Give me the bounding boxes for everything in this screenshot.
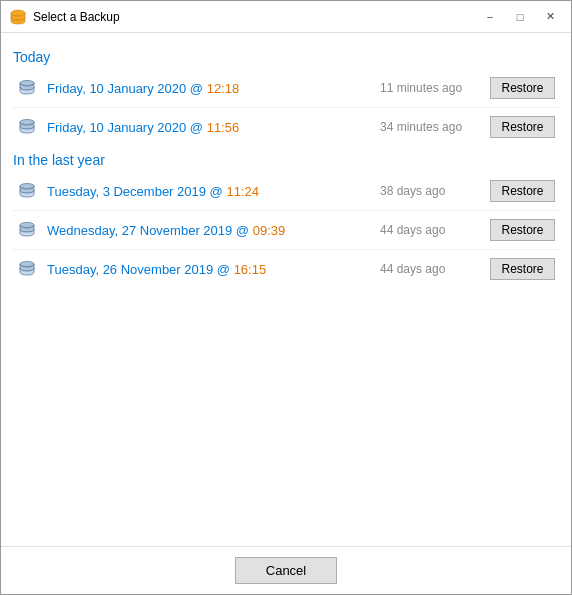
backup-row: Friday, 10 January 2020 @ 12:18 11 minut…: [13, 69, 559, 108]
select-backup-window: Select a Backup − □ ✕ Today Friday, 10: [0, 0, 572, 595]
section-today: Today Friday, 10 January 2020 @ 12:18 11…: [13, 49, 559, 146]
backup-time: 09:39: [253, 223, 286, 238]
title-bar: Select a Backup − □ ✕: [1, 1, 571, 33]
svg-point-4: [20, 223, 34, 228]
backup-date-text: Tuesday, 26 November 2019 @ 16:15: [47, 262, 380, 277]
restore-button[interactable]: Restore: [490, 180, 555, 202]
cancel-button[interactable]: Cancel: [235, 557, 337, 584]
svg-point-1: [20, 81, 34, 86]
section-last-year: In the last year Tuesday, 3 December 201…: [13, 152, 559, 288]
restore-button[interactable]: Restore: [490, 219, 555, 241]
section-last-year-label: In the last year: [13, 152, 559, 168]
minimize-button[interactable]: −: [477, 7, 503, 27]
window-controls: − □ ✕: [477, 7, 563, 27]
backup-time: 12:18: [207, 81, 240, 96]
backup-list-container: Today Friday, 10 January 2020 @ 12:18 11…: [1, 33, 571, 546]
section-today-label: Today: [13, 49, 559, 65]
window-title: Select a Backup: [33, 10, 477, 24]
svg-point-5: [20, 262, 34, 267]
backup-date-text: Wednesday, 27 November 2019 @ 09:39: [47, 223, 380, 238]
database-icon: [17, 220, 37, 240]
backup-date-text: Tuesday, 3 December 2019 @ 11:24: [47, 184, 380, 199]
backup-row: Friday, 10 January 2020 @ 11:56 34 minut…: [13, 108, 559, 146]
backup-time: 16:15: [234, 262, 267, 277]
backup-date-text: Friday, 10 January 2020 @ 12:18: [47, 81, 380, 96]
close-button[interactable]: ✕: [537, 7, 563, 27]
database-icon: [17, 181, 37, 201]
backup-time: 11:24: [226, 184, 259, 199]
svg-point-3: [20, 184, 34, 189]
maximize-button[interactable]: □: [507, 7, 533, 27]
backup-date-text: Friday, 10 January 2020 @ 11:56: [47, 120, 380, 135]
restore-button[interactable]: Restore: [490, 116, 555, 138]
app-icon: [9, 8, 27, 26]
backup-ago: 11 minutes ago: [380, 81, 490, 95]
backup-time: 11:56: [207, 120, 240, 135]
svg-point-2: [20, 120, 34, 125]
backup-ago: 34 minutes ago: [380, 120, 490, 134]
backup-row: Wednesday, 27 November 2019 @ 09:39 44 d…: [13, 211, 559, 250]
svg-point-0: [11, 10, 25, 16]
backup-ago: 38 days ago: [380, 184, 490, 198]
backup-row: Tuesday, 26 November 2019 @ 16:15 44 day…: [13, 250, 559, 288]
database-icon: [17, 117, 37, 137]
restore-button[interactable]: Restore: [490, 77, 555, 99]
backup-ago: 44 days ago: [380, 262, 490, 276]
backup-row: Tuesday, 3 December 2019 @ 11:24 38 days…: [13, 172, 559, 211]
backup-ago: 44 days ago: [380, 223, 490, 237]
restore-button[interactable]: Restore: [490, 258, 555, 280]
footer: Cancel: [1, 546, 571, 594]
database-icon: [17, 78, 37, 98]
database-icon: [17, 259, 37, 279]
